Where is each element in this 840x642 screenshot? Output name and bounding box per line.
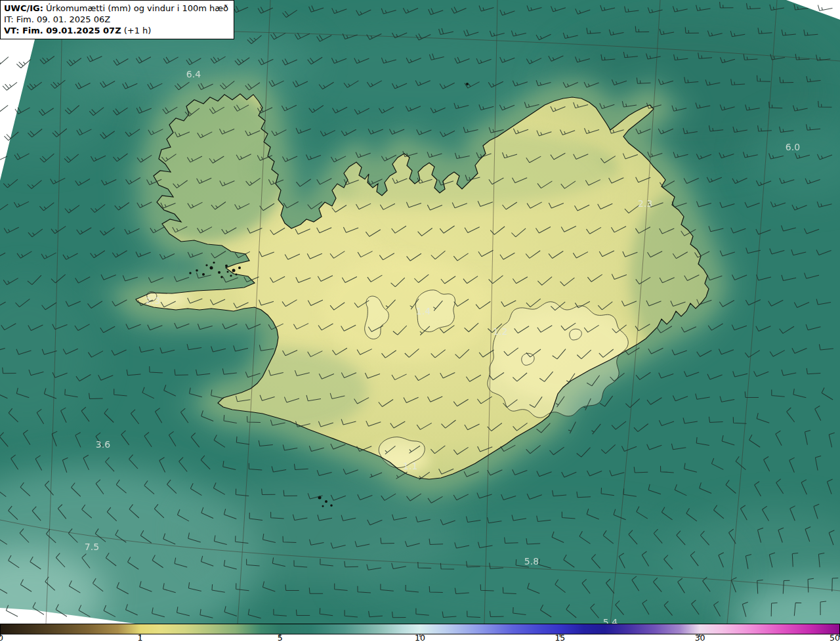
colorbar-tick-label: 50 [830, 633, 840, 642]
contour-label: 3.6 [96, 439, 110, 450]
colorbar-tick-label: 5 [278, 633, 283, 642]
colorbar-tick-label: 10 [415, 633, 425, 642]
contour-label: 5.8 [524, 556, 539, 567]
contour-label: 6.0 [786, 142, 800, 152]
contour-label: 1.2 [493, 326, 507, 337]
valid-offset: (+1 h) [124, 26, 152, 35]
colorbar-tick-label: 1 [137, 633, 142, 642]
colorbar-tick-label: 30 [695, 633, 705, 642]
map-canvas: 6.46.02.32.31.41.21.13.67.55.85.4 [0, 0, 840, 624]
contour-label: 5.4 [603, 617, 618, 624]
contour-label: 6.4 [186, 69, 201, 79]
colorbar-tick-label: 0 [0, 633, 3, 642]
contour-label: 7.5 [85, 542, 99, 552]
valid-time-line: VT: Fim. 09.01.2025 07Z (+1 h) [4, 25, 228, 36]
valid-time: VT: Fim. 09.01.2025 07Z [4, 26, 121, 35]
product-title: Úrkomumætti (mm) og vindur i 100m hæð [46, 3, 228, 13]
colorbar-tick-label: 15 [555, 633, 565, 642]
weather-map-screenshot: 6.46.02.32.31.41.21.13.67.55.85.4 UWC/IG… [0, 0, 840, 642]
title-line: UWC/IG: Úrkomumætti (mm) og vindur i 100… [4, 3, 228, 14]
contour-label: 1.1 [403, 461, 417, 471]
title-box: UWC/IG: Úrkomumætti (mm) og vindur i 100… [0, 0, 234, 39]
model-id: UWC/IG: [4, 3, 43, 13]
contour-label: 2.3 [146, 295, 160, 306]
contour-label: 2.3 [638, 198, 652, 209]
contour-label: 1.4 [416, 306, 430, 316]
init-time-line: IT: Fim. 09. 01. 2025 06Z [4, 14, 228, 25]
colorbar-footer: 01510153050 [0, 624, 840, 642]
